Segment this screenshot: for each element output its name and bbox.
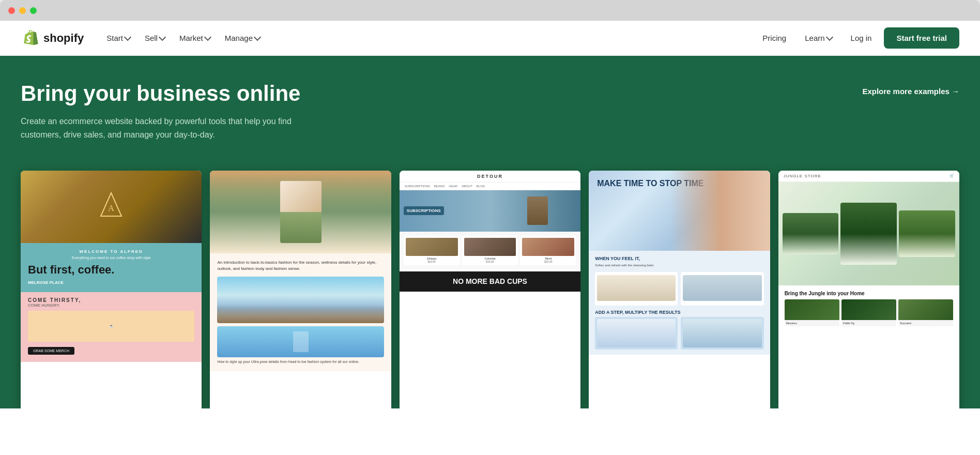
nav-sell[interactable]: Sell	[139, 29, 171, 47]
page-wrapper: shopify Start Sell Market Manage	[0, 21, 980, 455]
card4-cream-1-image	[597, 319, 676, 347]
store-card-detour[interactable]: DETOUR SUBSCRIPTIONS BEANS GEAR ABOUT BL…	[400, 171, 580, 408]
card3-nav-subscriptions: SUBSCRIPTIONS	[405, 185, 430, 188]
card3-products-grid: Ethiopia $18.00 Colombia $16.00 Blend $1…	[400, 232, 580, 269]
card5-product-2-image	[841, 299, 896, 320]
minimize-button[interactable]	[19, 7, 26, 14]
card5-product-1-image	[785, 299, 839, 320]
card1-tagline: But first, coffee.	[28, 264, 194, 276]
card2-hero-image	[210, 171, 391, 253]
card3-nav-about: ABOUT	[462, 185, 472, 188]
card4-product-2-image	[683, 275, 761, 301]
card1-location: MELROSE PLACE	[28, 280, 194, 285]
card5-product-3: Succulent	[898, 299, 953, 326]
store-card-plants[interactable]: JUNGLE STORE 🛒 Bring the Jungle into you…	[778, 171, 959, 408]
card4-multiply-text: ADD A STEP, MULTIPLY THE RESULTS	[595, 310, 763, 315]
card3-product-3-image	[522, 238, 574, 256]
svg-text:A: A	[108, 204, 114, 213]
card4-cream-2-image	[683, 319, 761, 347]
card4-desc-text: Soften and refresh with the cleansing ba…	[595, 263, 763, 268]
card4-when-text: WHEN YOU FEEL IT,	[595, 256, 763, 261]
card2-model-image	[280, 181, 321, 243]
card2-body: An introduction to back-to-basics fashio…	[210, 253, 391, 371]
card3-no-more-text: NO MORE BAD CUPS	[406, 278, 574, 285]
store-card-detour-inner: DETOUR SUBSCRIPTIONS BEANS GEAR ABOUT BL…	[400, 171, 580, 408]
chevron-down-icon	[254, 34, 261, 41]
card1-product-image: ☕	[28, 311, 194, 342]
card5-product-2-label: Fiddle Fig	[841, 320, 896, 326]
card4-cream-2	[681, 317, 763, 350]
chevron-down-icon	[826, 34, 833, 41]
shopify-logo-icon	[21, 29, 39, 48]
navbar-right: Pricing Learn Log in Start free trial	[754, 27, 959, 49]
card3-product-1-price: $18.00	[406, 260, 458, 263]
nav-manage[interactable]: Manage	[219, 29, 266, 47]
card1-body: WELCOME TO ALFRED Everything you need to…	[21, 243, 202, 292]
store-card-beauty-inner: MAKE TIME TO STOP TIME WHEN YOU FEEL IT,…	[589, 171, 770, 408]
card3-nav-more: GEAR	[449, 185, 457, 188]
card5-header: JUNGLE STORE 🛒	[778, 171, 959, 182]
stores-row: A WELCOME TO ALFRED Everything you need …	[21, 154, 959, 408]
card5-product-2: Fiddle Fig	[841, 299, 896, 326]
hero-section: Bring your business online Create an eco…	[0, 56, 980, 408]
logo-text: shopify	[43, 32, 84, 45]
store-card-plants-inner: JUNGLE STORE 🛒 Bring the Jungle into you…	[778, 171, 959, 408]
window-chrome	[0, 0, 980, 21]
hero-subtitle: Create an ecommerce website backed by po…	[21, 115, 331, 141]
close-button[interactable]	[8, 7, 15, 14]
chevron-down-icon	[159, 34, 166, 41]
card3-coffee-product	[527, 196, 548, 225]
card5-plant-2	[840, 203, 897, 265]
card1-logo-area: A	[96, 190, 127, 223]
card1-grab-text: COME HUNGRY.	[28, 303, 194, 308]
card2-tertiary-image	[217, 326, 384, 357]
store-card-alfred[interactable]: A WELCOME TO ALFRED Everything you need …	[21, 171, 202, 408]
chevron-down-icon	[204, 34, 211, 41]
card4-hero: MAKE TIME TO STOP TIME	[589, 171, 770, 251]
card3-hero-area: SUBSCRIPTIONS	[400, 190, 580, 232]
card4-cream-1	[595, 317, 678, 350]
hero-text: Bring your business online Create an eco…	[21, 81, 382, 142]
card5-plant-1	[783, 213, 839, 254]
card5-plant-3	[899, 210, 955, 257]
card3-product-2: Colombia $16.00	[462, 236, 518, 265]
card5-cart-icon: 🛒	[950, 174, 954, 178]
store-card-alfred-inner: A WELCOME TO ALFRED Everything you need …	[21, 171, 202, 408]
card3-product-1: Ethiopia $18.00	[404, 236, 460, 265]
nav-market[interactable]: Market	[173, 29, 217, 47]
nav-items: Start Sell Market Manage	[100, 29, 266, 47]
card1-bottom: COME THIRSTY, COME HUNGRY. ☕ GRAB SOME M…	[21, 292, 202, 362]
card4-face-image	[670, 171, 770, 251]
card1-cta-button[interactable]: GRAB SOME MERCH	[28, 347, 74, 355]
logo[interactable]: shopify	[21, 29, 84, 48]
start-trial-button[interactable]: Start free trial	[884, 27, 959, 49]
card3-subscriptions-badge: SUBSCRIPTIONS	[404, 206, 444, 215]
card3-product-2-price: $16.00	[464, 260, 516, 263]
card2-more-text: How to style up your Ultra pose details …	[217, 359, 384, 365]
card5-tagline: Bring the Jungle into your Home	[785, 291, 953, 296]
nav-learn[interactable]: Learn	[799, 29, 838, 47]
card5-logo-text: JUNGLE STORE	[784, 174, 821, 178]
explore-examples-link[interactable]: Explore more examples →	[862, 87, 959, 96]
maximize-button[interactable]	[30, 7, 37, 14]
nav-pricing[interactable]: Pricing	[754, 29, 794, 47]
card3-product-1-image	[406, 238, 458, 256]
card3-nav-beans: BEANS	[434, 185, 445, 188]
card1-coffee-label: ☕	[109, 324, 114, 328]
card5-product-1: Monstera	[785, 299, 839, 326]
card1-welcome-text: WELCOME TO ALFRED	[28, 249, 194, 254]
card3-hero-right	[494, 190, 580, 232]
card4-product-1	[595, 272, 678, 306]
card2-secondary-image	[217, 277, 384, 323]
card2-heading: An introduction to back-to-basics fashio…	[217, 260, 384, 273]
card3-product-2-image	[464, 238, 516, 256]
store-card-fashion-inner: An introduction to back-to-basics fashio…	[210, 171, 391, 408]
card3-nav: SUBSCRIPTIONS BEANS GEAR ABOUT BLOG	[400, 183, 580, 190]
nav-start[interactable]: Start	[100, 29, 136, 47]
store-card-beauty[interactable]: MAKE TIME TO STOP TIME WHEN YOU FEEL IT,…	[589, 171, 770, 408]
store-card-fashion[interactable]: An introduction to back-to-basics fashio…	[210, 171, 391, 408]
card5-body: Bring the Jungle into your Home Monstera…	[778, 285, 959, 331]
card3-product-3-price: $15.00	[522, 260, 574, 263]
nav-login[interactable]: Log in	[843, 29, 880, 47]
card1-hero-image: A	[21, 171, 202, 243]
